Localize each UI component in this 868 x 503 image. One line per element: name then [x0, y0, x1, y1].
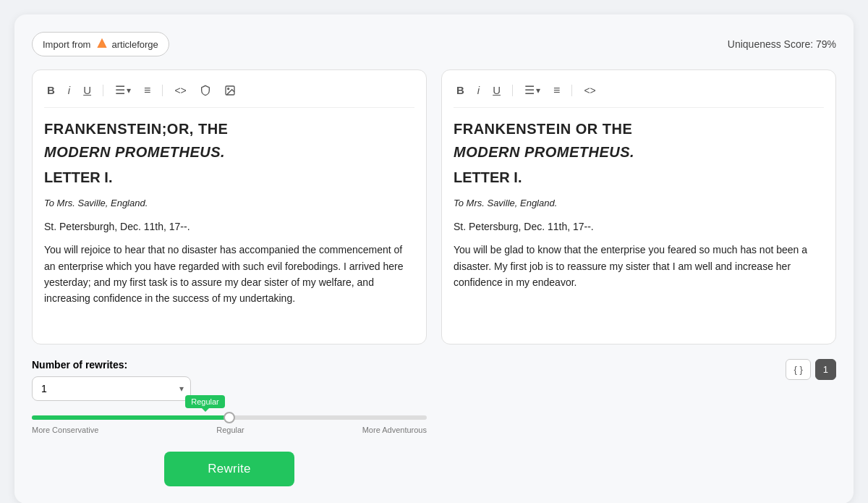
italic-button-left[interactable]: i [65, 83, 73, 98]
right-editor-content[interactable]: FRANKENSTEIN OR THE MODERN Prometheus. L… [454, 119, 824, 290]
bold-button-right[interactable]: B [454, 83, 467, 98]
rewrite-btn-wrapper: Rewrite [32, 452, 427, 486]
left-title-line1: FRANKENSTEIN;OR, THE [44, 119, 414, 138]
slider-fill [32, 415, 229, 420]
slider-label-left: More Conservative [32, 426, 98, 434]
page-1-button[interactable]: 1 [815, 359, 836, 380]
ordered-list-button-right[interactable]: ≡ [550, 83, 563, 98]
divider-2 [162, 85, 163, 96]
slider-label-right: More Adventurous [362, 426, 427, 434]
rewrite-button[interactable]: Rewrite [164, 452, 294, 486]
right-body-text: You will be glad to know that the enterp… [454, 242, 824, 290]
bottom-section: Number of rewrites: 1 2 3 5 ▾ Regular [32, 359, 836, 486]
left-body-text: You will rejoice to hear that no disaste… [44, 242, 414, 307]
ordered-list-button-left[interactable]: ≡ [141, 83, 153, 98]
right-date-line: St. Petersburg, Dec. 11th, 17--. [454, 219, 824, 234]
import-label: Import from [43, 39, 90, 50]
code-button-right[interactable]: <> [581, 83, 598, 98]
left-toolbar: B i U ☰ ▾ ≡ <> [44, 82, 414, 108]
left-title-line3: LETTER I. [44, 166, 414, 189]
divider-1 [103, 85, 103, 96]
shield-icon [200, 85, 211, 96]
editors-row: B i U ☰ ▾ ≡ <> [32, 69, 836, 345]
right-editor: B i U ☰ ▾ ≡ <> FRANKENSTEIN OR THE MODER… [441, 69, 836, 345]
pagination-controls: { } 1 [786, 359, 836, 380]
divider-4 [571, 85, 572, 96]
list-chevron-right: ▾ [536, 85, 540, 96]
left-title-line2: MODERN PROMETHEUS. [44, 143, 414, 161]
controls-section: Number of rewrites: 1 2 3 5 ▾ Regular [32, 359, 427, 486]
image-button-left[interactable] [221, 83, 239, 98]
code-button-left[interactable]: <> [171, 83, 189, 98]
articleforge-logo: articleforge [95, 37, 158, 51]
import-button[interactable]: Import from articleforge [32, 32, 169, 56]
shield-button-left[interactable] [197, 83, 214, 98]
articleforge-text: articleforge [111, 39, 158, 50]
slider-thumb[interactable] [224, 412, 235, 423]
left-editor-content[interactable]: FRANKENSTEIN;OR, THE MODERN PROMETHEUS. … [44, 119, 414, 307]
rewrites-select-wrapper: 1 2 3 5 ▾ [32, 376, 191, 401]
right-toolbar: B i U ☰ ▾ ≡ <> [454, 82, 824, 108]
left-editor: B i U ☰ ▾ ≡ <> [32, 69, 427, 345]
divider-3 [512, 85, 513, 96]
right-title-line3: LETTER I. [454, 166, 824, 189]
slider-track [32, 415, 427, 420]
unordered-list-button-right[interactable]: ☰ ▾ [522, 82, 543, 98]
left-to-line: To Mrs. Saville, England. [44, 196, 414, 211]
svg-point-3 [227, 88, 229, 89]
underline-button-right[interactable]: U [490, 83, 503, 98]
right-bottom: { } 1 [441, 359, 836, 387]
json-view-button[interactable]: { } [786, 359, 810, 380]
slider-section: Regular More Conservative Regular More A… [32, 415, 427, 434]
bold-button-left[interactable]: B [44, 83, 58, 98]
italic-button-right[interactable]: i [475, 83, 482, 98]
list-chevron-left: ▾ [127, 85, 131, 96]
slider-label-center: Regular [216, 426, 244, 434]
left-bottom: Number of rewrites: 1 2 3 5 ▾ Regular [32, 359, 427, 486]
rewrites-select[interactable]: 1 2 3 5 [32, 376, 191, 401]
main-container: Import from articleforge Uniqueness Scor… [14, 14, 854, 503]
unordered-list-button-left[interactable]: ☰ ▾ [112, 82, 134, 98]
right-title-line1: FRANKENSTEIN OR THE [454, 119, 824, 138]
uniqueness-score: Uniqueness Score: 79% [728, 38, 836, 50]
top-bar: Import from articleforge Uniqueness Scor… [32, 32, 836, 56]
left-date-line: St. Petersburgh, Dec. 11th, 17--. [44, 219, 414, 234]
slider-tooltip: Regular [185, 395, 225, 408]
right-title-line2: MODERN Prometheus. [454, 143, 824, 161]
rewrites-label: Number of rewrites: [32, 359, 127, 371]
image-icon [224, 85, 236, 96]
underline-button-left[interactable]: U [80, 83, 94, 98]
right-to-line: To Mrs. Saville, England. [454, 196, 824, 211]
slider-labels: More Conservative Regular More Adventuro… [32, 426, 427, 434]
